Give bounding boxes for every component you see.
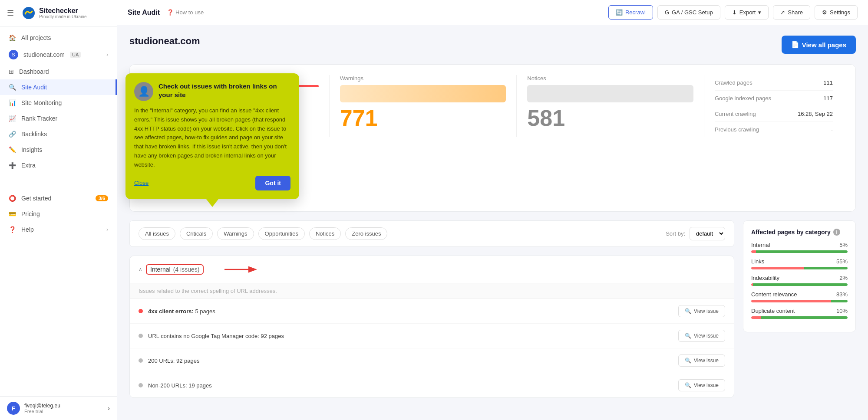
recrawl-button[interactable]: 🔄 Recrawl — [608, 5, 653, 20]
tooltip-close-link[interactable]: Close — [134, 180, 149, 186]
sidebar-item-get-started[interactable]: ⭕ Get started 3/6 — [0, 190, 117, 206]
sidebar-item-all-projects[interactable]: 🏠 All projects — [0, 30, 117, 46]
issue-row: 200 URLs: 92 pages 🔍 View issue — [130, 348, 734, 373]
issues-section-header[interactable]: ∧ Internal (4 issues) — [130, 256, 734, 283]
gear-icon: ⚙ — [822, 9, 827, 16]
warnings-col: Warnings 771 — [330, 75, 517, 137]
sidebar-nav: 🏠 All projects S studioneat.com UA › ⊞ D… — [0, 26, 117, 396]
sidebar-item-site-monitoring[interactable]: 📊 Site Monitoring — [0, 95, 117, 111]
view-issue-button-1[interactable]: 🔍 View issue — [678, 330, 725, 342]
sidebar-label: Backlinks — [21, 131, 47, 138]
recrawl-label: Recrawl — [625, 9, 646, 16]
help-icon: ❓ — [9, 226, 16, 233]
page-title: studioneat.com — [129, 36, 200, 47]
issues-section: ∧ Internal (4 issues) Issues relat — [129, 256, 734, 398]
affected-card: Affected pages by category i Internal 5% — [743, 220, 856, 332]
red-arrow-decoration — [224, 263, 259, 276]
get-started-badge: 3/6 — [96, 195, 108, 201]
sidebar-label: Site Audit — [21, 84, 47, 91]
sidebar-label: Pricing — [21, 210, 40, 217]
notices-value: 581 — [527, 107, 693, 129]
search-icon: 🔍 — [685, 333, 691, 339]
sidebar-item-help[interactable]: ❓ Help › — [0, 222, 117, 237]
main-layout: All issues Criticals Warnings Opportunit… — [129, 220, 856, 405]
filter-tab-zero[interactable]: Zero issues — [345, 227, 387, 240]
search-icon: 🔍 — [685, 382, 691, 388]
ga-gsc-button[interactable]: G GA / GSC Setup — [657, 5, 720, 20]
tooltip-header: 👤 Check out issues with broken links on … — [134, 82, 290, 101]
bar-fill-green — [804, 267, 848, 269]
issue-detail: 5 pages — [195, 308, 215, 315]
user-info: fiveqi@teleg.eu Free trial — [24, 403, 103, 414]
section-count: (4 issues) — [173, 266, 200, 273]
sidebar-logo: Sitechecker Proudly made in Ukraine — [22, 6, 87, 20]
got-it-button[interactable]: Got it — [255, 176, 290, 190]
sidebar-item-dashboard[interactable]: ⊞ Dashboard — [0, 64, 117, 79]
sidebar-item-pricing[interactable]: 💳 Pricing — [0, 206, 117, 222]
issue-name: 4xx client errors: — [148, 308, 194, 315]
tooltip-body: In the "Internal" category, you can find… — [134, 106, 290, 170]
bar-track — [751, 300, 848, 302]
ga-gsc-label: GA / GSC Setup — [672, 9, 713, 16]
sidebar-label: Insights — [21, 146, 42, 153]
sidebar-item-rank-tracker[interactable]: 📈 Rank Tracker — [0, 111, 117, 126]
internal-section-title: Internal (4 issues) — [146, 264, 204, 275]
share-button[interactable]: ↗ Share — [773, 5, 810, 20]
category-name: Links — [751, 258, 764, 265]
view-issue-label: View issue — [694, 333, 719, 339]
topbar-section-title: Site Audit — [128, 9, 160, 16]
filter-tab-all[interactable]: All issues — [139, 227, 175, 240]
info-icon[interactable]: i — [833, 229, 840, 236]
sidebar-header: ☰ Sitechecker Proudly made in Ukraine — [0, 0, 117, 26]
share-icon: ↗ — [780, 9, 785, 16]
app-container: ☰ Sitechecker Proudly made in Ukraine 🏠 … — [0, 0, 868, 420]
affected-row-header: Duplicate content 10% — [751, 308, 848, 314]
topbar: Site Audit ❓ How to use 🔄 Recrawl G GA /… — [117, 0, 868, 25]
affected-row-header: Internal 5% — [751, 242, 848, 248]
expand-icon: ∧ — [139, 266, 142, 272]
view-issue-button-2[interactable]: 🔍 View issue — [678, 354, 725, 367]
download-icon: ⬇ — [732, 9, 737, 16]
bar-fill-green — [831, 300, 848, 302]
current-crawl-value: 16:28, Sep 22 — [798, 111, 833, 117]
chevron-right-icon: › — [106, 226, 108, 233]
filter-tab-criticals[interactable]: Criticals — [180, 227, 213, 240]
issue-row: Non-200 URLs: 19 pages 🔍 View issue — [130, 373, 734, 397]
help-link[interactable]: ❓ How to use — [167, 9, 204, 16]
view-issue-button-0[interactable]: 🔍 View issue — [678, 305, 725, 317]
sidebar-user[interactable]: F fiveqi@teleg.eu Free trial › — [0, 396, 117, 420]
sort-select[interactable]: default — [690, 227, 725, 240]
filter-tab-notices[interactable]: Notices — [309, 227, 341, 240]
view-issue-button-3[interactable]: 🔍 View issue — [678, 379, 725, 391]
bar-track — [751, 283, 848, 286]
affected-row-header: Content relevance 83% — [751, 291, 848, 298]
google-value: 117 — [823, 95, 833, 102]
user-circle-icon: S — [9, 50, 18, 59]
monitor-icon: 📊 — [9, 99, 16, 106]
refresh-icon: 🔄 — [616, 9, 623, 16]
filter-tab-opportunities[interactable]: Opportunities — [258, 227, 305, 240]
sidebar-item-studioneat[interactable]: S studioneat.com UA › — [0, 46, 117, 64]
export-button[interactable]: ⬇ Export ▾ — [725, 5, 769, 20]
dropdown-icon: ▾ — [758, 9, 761, 16]
filter-tab-warnings[interactable]: Warnings — [217, 227, 254, 240]
category-name: Duplicate content — [751, 308, 795, 314]
view-all-pages-button[interactable]: 📄 View all pages — [782, 36, 856, 54]
settings-button[interactable]: ⚙ Settings — [815, 5, 858, 20]
tooltip-footer: Close Got it — [134, 176, 290, 190]
issue-name: 200 URLs: — [148, 358, 175, 364]
issue-severity-dot — [139, 358, 143, 363]
tooltip-avatar: 👤 — [134, 82, 153, 101]
view-issue-label: View issue — [694, 308, 719, 314]
sidebar-item-site-audit[interactable]: 🔍 Site Audit — [0, 79, 117, 95]
affected-row-content: Content relevance 83% — [751, 291, 848, 302]
sidebar-item-backlinks[interactable]: 🔗 Backlinks — [0, 126, 117, 142]
sidebar-item-insights[interactable]: ✏️ Insights — [0, 142, 117, 158]
sidebar-label: All projects — [21, 34, 51, 41]
hamburger-icon[interactable]: ☰ — [7, 8, 14, 18]
warnings-bar — [340, 85, 506, 102]
sort-label: Sort by: — [666, 230, 685, 237]
pages-icon: 📄 — [791, 41, 799, 49]
issue-name: Non-200 URLs: — [148, 382, 187, 389]
sidebar-item-extra[interactable]: ➕ Extra — [0, 158, 117, 173]
